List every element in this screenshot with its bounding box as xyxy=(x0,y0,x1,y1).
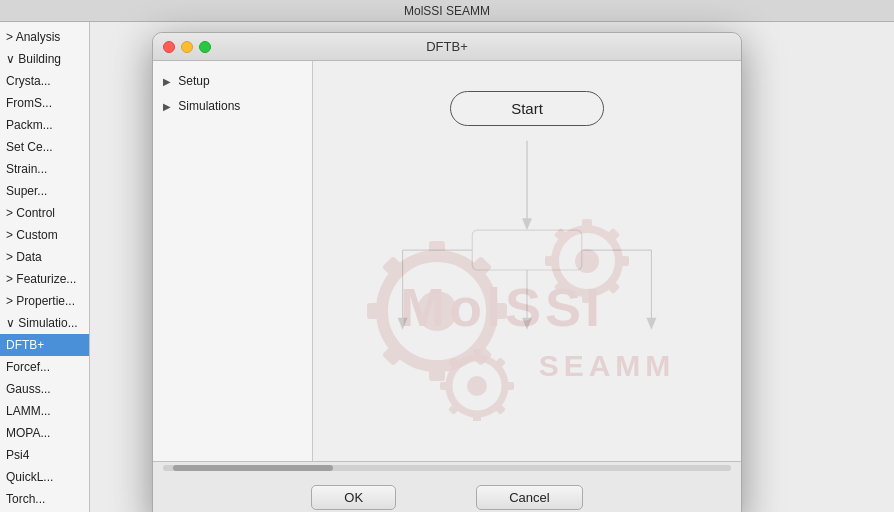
svg-rect-25 xyxy=(617,256,629,266)
dialog-bottom: OK Cancel xyxy=(153,461,741,512)
setup-arrow-icon: ▶ xyxy=(163,73,171,91)
svg-rect-17 xyxy=(468,256,492,280)
simulations-arrow-icon: ▶ xyxy=(163,98,171,116)
svg-rect-15 xyxy=(489,303,507,319)
watermark: MolSSI SEAMM xyxy=(313,201,741,421)
svg-rect-28 xyxy=(554,279,570,295)
dialog: DFTB+ ▶ Setup ▶ Simulations xyxy=(152,32,742,512)
dialog-scrollbar[interactable] xyxy=(153,462,741,474)
svg-rect-34 xyxy=(473,413,481,421)
svg-rect-16 xyxy=(367,303,385,319)
svg-rect-39 xyxy=(493,402,506,415)
svg-rect-24 xyxy=(582,291,592,303)
dialog-close-button[interactable] xyxy=(163,41,175,53)
dialog-sidebar: ▶ Setup ▶ Simulations xyxy=(153,61,313,461)
main-window: MolSSI SEAMM > Analysis ∨ Building Cryst… xyxy=(0,0,894,512)
start-button[interactable]: Start xyxy=(450,91,604,126)
dialog-maximize-button[interactable] xyxy=(199,41,211,53)
svg-rect-14 xyxy=(429,363,445,381)
svg-point-31 xyxy=(449,358,505,414)
svg-rect-23 xyxy=(582,219,592,231)
cancel-button[interactable]: Cancel xyxy=(476,485,582,510)
svg-point-32 xyxy=(467,376,487,396)
svg-rect-29 xyxy=(605,279,621,295)
svg-rect-2 xyxy=(472,230,581,270)
dialog-body: ▶ Setup ▶ Simulations xyxy=(153,61,741,461)
svg-rect-27 xyxy=(605,228,621,244)
dialog-titlebar: DFTB+ xyxy=(153,33,741,61)
svg-point-11 xyxy=(382,256,492,366)
svg-rect-30 xyxy=(554,228,570,244)
main-content: > Analysis ∨ Building Crysta... FromS...… xyxy=(0,22,894,512)
svg-marker-1 xyxy=(522,218,532,230)
svg-rect-35 xyxy=(504,382,514,390)
dialog-traffic-lights xyxy=(163,41,211,53)
svg-rect-33 xyxy=(473,349,481,359)
svg-rect-19 xyxy=(468,342,492,366)
svg-rect-40 xyxy=(448,357,461,370)
dialog-sidebar-setup[interactable]: ▶ Setup xyxy=(153,69,312,94)
svg-point-22 xyxy=(575,249,599,273)
main-window-title: MolSSI SEAMM xyxy=(404,4,490,18)
svg-text:SEAMM: SEAMM xyxy=(539,349,676,382)
svg-rect-20 xyxy=(382,256,406,280)
dialog-minimize-button[interactable] xyxy=(181,41,193,53)
svg-point-12 xyxy=(417,291,457,331)
svg-marker-10 xyxy=(522,318,532,330)
svg-point-21 xyxy=(555,229,619,293)
watermark-svg: MolSSI SEAMM xyxy=(357,201,697,421)
svg-marker-8 xyxy=(646,318,656,330)
dialog-title: DFTB+ xyxy=(426,39,468,54)
svg-rect-13 xyxy=(429,241,445,259)
svg-rect-38 xyxy=(448,402,461,415)
scrollbar-thumb[interactable] xyxy=(173,465,333,471)
svg-rect-18 xyxy=(382,342,406,366)
svg-rect-36 xyxy=(440,382,450,390)
dialog-sidebar-simulations[interactable]: ▶ Simulations xyxy=(153,94,312,119)
dialog-overlay: DFTB+ ▶ Setup ▶ Simulations xyxy=(0,22,894,512)
scrollbar-track[interactable] xyxy=(163,465,731,471)
svg-rect-26 xyxy=(545,256,557,266)
ok-button[interactable]: OK xyxy=(311,485,396,510)
dialog-main: MolSSI SEAMM Start xyxy=(313,61,741,461)
svg-rect-37 xyxy=(493,357,506,370)
dialog-buttons: OK Cancel xyxy=(153,474,741,512)
svg-text:MolSSI: MolSSI xyxy=(400,277,604,337)
main-titlebar: MolSSI SEAMM xyxy=(0,0,894,22)
svg-marker-5 xyxy=(398,318,408,330)
